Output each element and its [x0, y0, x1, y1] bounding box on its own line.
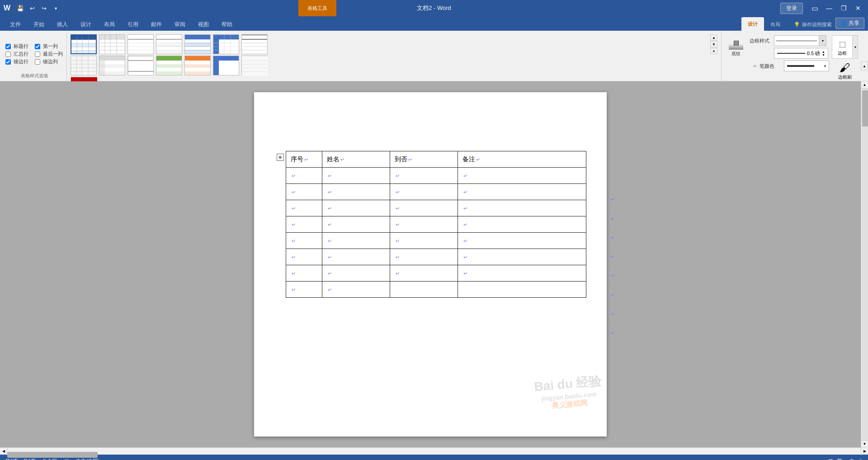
table-cell[interactable]: ↵ [390, 216, 458, 233]
scroll-right-arrow[interactable]: ▶ [861, 448, 868, 455]
table-style-5[interactable] [184, 34, 211, 54]
styles-scroll-down[interactable]: ▼ [710, 41, 717, 47]
border-style-selector[interactable] [774, 35, 819, 46]
tab-mailings[interactable]: 邮件 [145, 18, 168, 31]
customize-icon[interactable]: ▾ [50, 3, 61, 14]
table-style-8[interactable] [71, 56, 97, 75]
track-changes-icon[interactable]: ▤ [64, 458, 69, 460]
table-cell[interactable]: ↵ [286, 282, 322, 298]
checkbox-header-row[interactable] [5, 44, 11, 49]
pen-color-dropdown[interactable]: ▾ [824, 64, 826, 68]
table-cell[interactable]: ↵ [286, 249, 322, 265]
tab-layout-doc[interactable]: 布局 [98, 18, 121, 31]
tab-table-design[interactable]: 设计 [741, 17, 764, 31]
tab-design-doc[interactable]: 设计 [74, 18, 98, 31]
h-scroll-thumb[interactable] [7, 452, 98, 458]
shading-button[interactable]: ▤ 底纹 [725, 33, 747, 59]
table-cell[interactable]: ↵ [458, 249, 586, 265]
minimize-button[interactable]: — [823, 2, 835, 14]
table-style-14[interactable] [241, 56, 268, 75]
tab-view[interactable]: 视图 [192, 18, 215, 31]
table-cell[interactable]: ↵ [322, 216, 390, 233]
styles-scroll[interactable]: ▲ ▼ ▾ [710, 34, 717, 54]
table-cell[interactable]: ↵ [322, 265, 390, 282]
ribbon-collapse-button[interactable]: ▲ [861, 61, 868, 70]
table-cell[interactable]: ↵ [390, 233, 458, 249]
page-info[interactable]: 第1页，共1页 [5, 458, 36, 460]
table-cell[interactable]: ↵ [458, 184, 586, 200]
scroll-left-arrow[interactable]: ◀ [0, 448, 7, 455]
table-cell[interactable]: ↵ [322, 200, 390, 216]
tab-references[interactable]: 引用 [121, 18, 145, 31]
scroll-up-arrow[interactable]: ▲ [861, 81, 868, 89]
border-style-dropdown[interactable]: ▾ [819, 35, 826, 46]
checkbox-first-col[interactable] [35, 44, 40, 49]
table-cell[interactable]: ↵ [286, 184, 322, 200]
table-style-7[interactable] [241, 34, 268, 54]
night-mode-icon[interactable]: ☽ [858, 458, 863, 460]
page-container[interactable]: ⊕ 序号↵ 姓名↵ 到否↵ 备注↵ ↵ ↵ [0, 81, 861, 447]
borders-icon-area[interactable]: ⬚ 边框 [832, 36, 852, 58]
view-mode-read[interactable]: ☰ [837, 458, 842, 460]
scroll-down-arrow[interactable]: ▼ [861, 440, 868, 447]
language-indicator[interactable]: 中文(中国) [76, 458, 99, 460]
table-move-handle[interactable]: ⊕ [277, 154, 284, 161]
table-style-2[interactable] [99, 34, 125, 54]
borders-dropdown-btn[interactable]: ⬚ 边框 ▾ [832, 35, 858, 59]
checkbox-banded-rows[interactable] [5, 59, 11, 65]
table-cell[interactable]: ↵ [390, 265, 458, 282]
table-style-10[interactable] [127, 56, 154, 75]
login-button[interactable]: 登录 [780, 3, 803, 14]
redo-icon[interactable]: ↪ [38, 3, 49, 14]
table-style-9[interactable] [99, 56, 125, 75]
table-cell[interactable]: ↵ [322, 249, 390, 265]
checkbox-last-col[interactable] [35, 52, 40, 57]
table-cell[interactable]: 姓名↵ [322, 151, 390, 168]
checkbox-total-row[interactable] [5, 52, 11, 57]
table-cell[interactable]: ↵ [458, 233, 586, 249]
table-cell[interactable]: ↵ [322, 168, 390, 184]
tab-help[interactable]: 帮助 [215, 18, 239, 31]
table-cell[interactable]: ↵ [286, 233, 322, 249]
table-cell[interactable]: ↵ [458, 265, 586, 282]
table-cell[interactable] [458, 282, 586, 298]
table-cell[interactable]: 备注↵ [458, 151, 586, 168]
save-icon[interactable]: 💾 [15, 3, 26, 14]
table-cell[interactable]: ↵ [458, 216, 586, 233]
table-cell[interactable]: ↵ [458, 200, 586, 216]
tab-file[interactable]: 文件 [4, 18, 27, 31]
table-style-11[interactable] [156, 56, 182, 75]
table-cell[interactable]: ↵ [286, 200, 322, 216]
view-mode-print[interactable]: ▭ [819, 458, 825, 460]
vertical-scrollbar[interactable]: ▲ ▼ [861, 81, 868, 447]
table-style-1[interactable] [71, 34, 97, 54]
tab-table-layout[interactable]: 布局 [764, 18, 787, 31]
scroll-thumb[interactable] [862, 90, 868, 127]
restore-button[interactable]: ❐ [837, 2, 850, 14]
pen-color-selector[interactable]: ▾ [784, 61, 829, 71]
tab-home[interactable]: 开始 [27, 18, 51, 31]
table-cell[interactable]: ↵ [286, 168, 322, 184]
table-style-6[interactable] [213, 34, 239, 54]
close-button[interactable]: ✕ [852, 2, 864, 14]
table-style-13[interactable] [213, 56, 239, 75]
horizontal-scrollbar[interactable]: ◀ ▶ [0, 447, 868, 455]
input-method-indicator[interactable]: 中 [849, 458, 854, 460]
word-count[interactable]: 8 个字 [43, 458, 57, 460]
table-cell[interactable]: ↵ [286, 216, 322, 233]
share-button[interactable]: 👤 共享 [835, 18, 864, 29]
table-cell[interactable]: ↵ [322, 282, 390, 298]
table-cell[interactable] [390, 282, 458, 298]
table-cell[interactable]: ↵ [390, 200, 458, 216]
border-painter-btn[interactable]: 🖌 边框刷 [835, 61, 855, 81]
scroll-track[interactable] [862, 89, 868, 440]
table-cell[interactable]: 到否↵ [390, 151, 458, 168]
table-cell[interactable]: ↵ [458, 168, 586, 184]
table-cell[interactable]: ↵ [322, 184, 390, 200]
quick-access-save[interactable]: 💾 ↩ ↪ ▾ [15, 3, 61, 14]
table-style-3[interactable] [127, 34, 154, 54]
undo-icon[interactable]: ↩ [27, 3, 38, 14]
checkbox-banded-cols[interactable] [35, 59, 40, 65]
tab-insert[interactable]: 插入 [51, 18, 74, 31]
view-mode-web[interactable]: ⊡ [828, 458, 833, 460]
